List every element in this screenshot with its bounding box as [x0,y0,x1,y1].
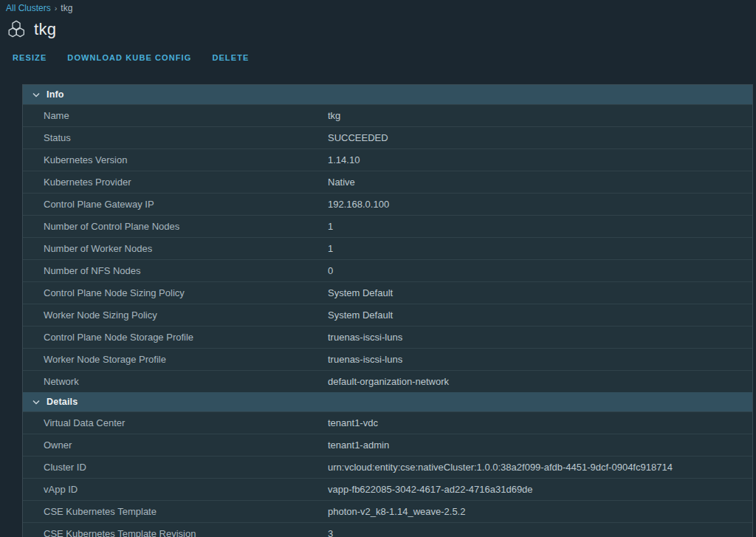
row-value: 1 [328,221,752,232]
page-header: tkg [7,19,56,39]
row-label: CSE Kubernetes Template [23,506,328,517]
table-row: Ownertenant1-admin [23,434,752,456]
row-label: Control Plane Node Storage Profile [23,332,328,343]
table-row: Cluster IDurn:vcloud:entity:cse:nativeCl… [23,456,752,478]
table-row: Number of Control Plane Nodes1 [23,215,752,237]
cluster-details-table: InfoNametkgStatusSUCCEEDEDKubernetes Ver… [22,84,753,537]
action-bar: RESIZE DOWNLOAD KUBE CONFIG DELETE [13,50,249,65]
chevron-down-icon [32,92,40,98]
breadcrumb-separator: › [55,4,58,13]
row-value: System Default [328,309,752,321]
section-title: Info [47,89,64,100]
page-title: tkg [34,20,56,39]
row-label: Owner [23,439,328,451]
row-label: Name [23,110,328,121]
row-value: photon-v2_k8-1.14_weave-2.5.2 [328,506,752,517]
row-label: Virtual Data Center [23,417,328,428]
table-row: Kubernetes ProviderNative [23,171,752,193]
table-row: Nametkg [23,104,752,126]
row-label: vApp ID [23,484,328,495]
table-row: CSE Kubernetes Template Revision3 [23,522,752,537]
chevron-down-icon [32,400,40,405]
row-value: default-organization-network [328,376,752,387]
row-value: tenant1-admin [328,439,752,451]
download-kube-config-button[interactable]: DOWNLOAD KUBE CONFIG [67,50,191,65]
row-label: Worker Node Sizing Policy [23,309,328,321]
row-value: tkg [328,110,752,121]
breadcrumb: All Clusters › tkg [6,3,72,13]
table-row: Worker Node Sizing PolicySystem Default [23,304,752,326]
row-label: Kubernetes Version [23,154,328,165]
row-value: 3 [328,528,752,537]
table-row: Networkdefault-organization-network [23,370,752,392]
row-label: Cluster ID [23,462,328,473]
row-label: Worker Node Storage Profile [23,354,328,365]
table-row: Worker Node Storage Profiletruenas-iscsi… [23,348,752,370]
resize-button[interactable]: RESIZE [13,50,47,65]
row-value: 0 [328,265,752,276]
table-row: Control Plane Gateway IP192.168.0.100 [23,193,752,215]
row-label: Status [23,132,328,143]
row-value: System Default [328,287,752,298]
table-row: Control Plane Node Storage Profiletruena… [23,326,752,348]
row-value: urn:vcloud:entity:cse:nativeCluster:1.0.… [328,462,752,473]
row-value: 1 [328,243,752,254]
row-label: Control Plane Gateway IP [23,199,328,210]
table-row: CSE Kubernetes Templatephoton-v2_k8-1.14… [23,500,752,522]
row-label: Number of Control Plane Nodes [23,221,328,232]
table-row: Control Plane Node Sizing PolicySystem D… [23,281,752,304]
section-title: Details [47,397,78,407]
table-row: Number of NFS Nodes0 [23,259,752,281]
row-value: truenas-iscsi-luns [328,332,752,343]
row-label: CSE Kubernetes Template Revision [23,528,328,537]
row-value: 192.168.0.100 [328,199,752,210]
row-value: 1.14.10 [328,154,752,165]
table-row: StatusSUCCEEDED [23,126,752,148]
row-value: truenas-iscsi-luns [328,354,752,365]
row-label: Number of Worker Nodes [23,243,328,254]
breadcrumb-all-clusters-link[interactable]: All Clusters [6,3,51,13]
row-label: Kubernetes Provider [23,177,328,188]
row-label: Control Plane Node Sizing Policy [23,287,328,298]
row-value: Native [328,177,752,188]
section-header-info[interactable]: Info [23,85,752,104]
row-value: SUCCEEDED [328,132,752,143]
table-row: vApp IDvapp-fb622085-3042-4617-ad22-4716… [23,478,752,500]
row-value: tenant1-vdc [328,417,752,428]
table-row: Virtual Data Centertenant1-vdc [23,411,752,434]
row-value: vapp-fb622085-3042-4617-ad22-4716a31d69d… [328,484,752,495]
table-row: Number of Worker Nodes1 [23,237,752,259]
table-row: Kubernetes Version1.14.10 [23,148,752,171]
row-label: Network [23,376,328,387]
breadcrumb-current: tkg [61,3,72,13]
delete-button[interactable]: DELETE [212,50,249,65]
row-label: Number of NFS Nodes [23,265,328,276]
section-header-details[interactable]: Details [23,392,752,411]
cluster-hexagons-icon [7,19,27,39]
